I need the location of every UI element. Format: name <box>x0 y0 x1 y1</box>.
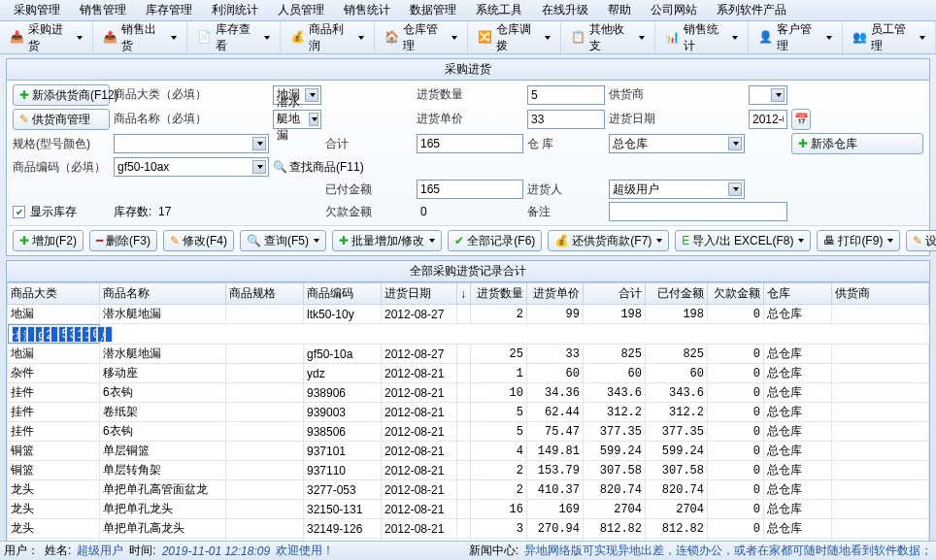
table-row[interactable]: 地漏潜水艇地漏gf50-10ax2012-08-275331651650总仓库 <box>8 324 100 344</box>
col-9[interactable]: 已付金额 <box>646 283 708 305</box>
col-6[interactable]: 进货数量 <box>471 283 527 305</box>
status-name-label: 姓名: <box>45 543 71 559</box>
col-11[interactable]: 仓库 <box>764 283 832 305</box>
tb-商品利润[interactable]: 💰商品利润 <box>281 21 374 53</box>
warehouse-select[interactable]: 总仓库 <box>609 134 745 153</box>
menu-系统工具[interactable]: 系统工具 <box>466 0 532 20</box>
status-news: 异地网络版可实现异地出差，连锁办公，或者在家都可随时随地看到软件数据； <box>524 543 932 559</box>
new-supplier-button[interactable]: ✚新添供货商(F12) <box>13 84 110 106</box>
table-row[interactable]: 挂件卷纸架9390032012-08-21562.44312.2312.20总仓… <box>8 403 929 422</box>
new-warehouse-button[interactable]: ✚新添仓库 <box>791 133 923 154</box>
menubar: 采购管理销售管理库存管理利润统计人员管理销售统计数据管理系统工具在线升级帮助公司… <box>0 0 936 21</box>
采购进货-icon: 📥 <box>10 30 24 46</box>
status-user-label: 用户： <box>4 543 39 559</box>
spec-select[interactable] <box>114 134 269 153</box>
tb-销售出货[interactable]: 📤销售出货 <box>93 21 186 53</box>
date-input[interactable] <box>749 110 787 129</box>
del-icon: ━ <box>96 234 103 247</box>
menu-系列软件产品[interactable]: 系列软件产品 <box>707 0 796 20</box>
date-label: 进货日期 <box>609 111 745 127</box>
menu-在线升级[interactable]: 在线升级 <box>532 0 598 20</box>
chevron-down-icon <box>639 36 645 40</box>
table-row[interactable]: 地漏潜水艇地漏gf50-10a2012-08-2725338258250总仓库 <box>8 345 929 364</box>
name-label: 商品名称（必填） <box>114 111 269 127</box>
menu-数据管理[interactable]: 数据管理 <box>400 0 466 20</box>
edit-button[interactable]: ✎修改(F4) <box>163 230 234 251</box>
date-picker-button[interactable]: 📅 <box>791 109 811 130</box>
tb-销售统计[interactable]: 📊销售统计 <box>655 21 749 53</box>
table-row[interactable]: 龙头单把单孔龙头32150-1312012-08-211616927042704… <box>8 500 929 519</box>
main-toolbar: 📥采购进货📤销售出货📄库存查看💰商品利润🏠仓库管理🔀仓库调拨📋其他收支📊销售统计… <box>0 21 936 54</box>
col-0[interactable]: 商品大类 <box>8 283 100 305</box>
qty-label: 进货数量 <box>417 86 523 103</box>
menu-销售统计[interactable]: 销售统计 <box>334 0 400 20</box>
print-button[interactable]: 🖶打印(F9) <box>817 230 900 251</box>
total-input[interactable] <box>417 134 523 153</box>
table-row[interactable]: 杂件移动座ydz2012-08-2116060600总仓库 <box>8 364 929 383</box>
col-4[interactable]: 进货日期 <box>382 283 457 305</box>
销售出货-icon: 📤 <box>103 30 117 46</box>
name-select[interactable]: 潜水艇地漏 <box>273 110 321 129</box>
chevron-down-icon <box>798 239 804 243</box>
menu-销售管理[interactable]: 销售管理 <box>70 0 136 20</box>
supplier-mgr-button[interactable]: ✎供货商管理 <box>13 109 110 130</box>
add-button[interactable]: ✚增加(F2) <box>13 230 84 251</box>
category-label: 商品大类（必填） <box>114 86 269 103</box>
table-row[interactable]: 地漏潜水艇地漏ltk50-10y2012-08-272991981980总仓库 <box>8 305 929 324</box>
qty-input[interactable] <box>527 85 605 105</box>
find-product-button[interactable]: 🔍查找商品(F11) <box>273 159 413 176</box>
find-button[interactable]: 🔍查询(F5) <box>240 230 326 251</box>
tb-库存查看[interactable]: 📄库存查看 <box>187 21 281 53</box>
price-label: 进货单价 <box>417 111 523 127</box>
table-row[interactable]: 铜篮单层铜篮9371012012-08-214149.81599.24599.2… <box>8 442 929 461</box>
table-row[interactable]: 挂件6衣钩9389062012-08-211034.36343.6343.60总… <box>8 383 929 403</box>
table-row[interactable]: 铜篮单层转角架9371102012-08-212153.79307.58307.… <box>8 461 929 480</box>
del-button[interactable]: ━删除(F3) <box>89 230 157 251</box>
tb-采购进货[interactable]: 📥采购进货 <box>0 21 93 53</box>
operator-select[interactable]: 超级用户 <box>609 180 745 199</box>
batch-button[interactable]: ✚批量增加/修改 <box>332 230 442 251</box>
chevron-down-icon <box>732 36 738 40</box>
menu-利润统计[interactable]: 利润统计 <box>202 0 268 20</box>
tb-仓库管理[interactable]: 🏠仓库管理 <box>375 21 468 53</box>
col-8[interactable]: 合计 <box>584 283 646 305</box>
owe-value: 0 <box>417 205 427 218</box>
operator-label: 进货人 <box>527 181 605 198</box>
print-icon: 🖶 <box>823 234 835 247</box>
menu-人员管理[interactable]: 人员管理 <box>268 0 334 20</box>
menu-库存管理[interactable]: 库存管理 <box>136 0 202 20</box>
col-12[interactable]: 供货商 <box>832 283 929 305</box>
design-button[interactable]: ✎设计报表(F10) <box>906 230 936 251</box>
tb-仓库调拨[interactable]: 🔀仓库调拨 <box>468 21 561 53</box>
menu-帮助[interactable]: 帮助 <box>598 0 641 20</box>
batch-icon: ✚ <box>339 234 349 247</box>
tb-客户管理[interactable]: 👤客户管理 <box>749 21 842 53</box>
col-7[interactable]: 进货单价 <box>527 283 584 305</box>
price-input[interactable] <box>527 110 605 129</box>
col-2[interactable]: 商品规格 <box>226 283 304 305</box>
pay-icon: 💰 <box>554 234 569 247</box>
tb-其他收支[interactable]: 📋其他收支 <box>561 21 654 53</box>
pay-button[interactable]: 💰还供货商款(F7) <box>548 230 669 251</box>
col-5[interactable]: ↓ <box>457 283 471 305</box>
col-1[interactable]: 商品名称 <box>100 283 226 305</box>
spec-label: 规格(型号颜色) <box>13 136 110 152</box>
show-stock-label: 显示库存 <box>30 204 77 220</box>
col-10[interactable]: 欠款金额 <box>708 283 764 305</box>
仓库调拨-icon: 🔀 <box>478 30 492 46</box>
all-button[interactable]: ✔全部记录(F6) <box>448 230 542 251</box>
excel-button[interactable]: E导入/出 EXCEL(F8) <box>675 230 811 251</box>
supplier-select[interactable] <box>749 85 787 105</box>
menu-采购管理[interactable]: 采购管理 <box>4 0 70 20</box>
design-icon: ✎ <box>913 234 922 247</box>
tb-员工管理[interactable]: 👥员工管理 <box>843 21 936 53</box>
remark-input[interactable] <box>609 202 787 221</box>
code-select[interactable]: gf50-10ax <box>114 157 269 177</box>
table-row[interactable]: 龙头单把单孔高龙头32149-1262012-08-213270.94812.8… <box>8 519 929 539</box>
paid-input[interactable] <box>417 180 523 199</box>
col-3[interactable]: 商品编码 <box>304 283 382 305</box>
menu-公司网站[interactable]: 公司网站 <box>641 0 707 20</box>
show-stock-checkbox[interactable]: ✔ <box>13 206 25 218</box>
table-row[interactable]: 挂件6衣钩9385062012-08-21575.47377.35377.350… <box>8 422 929 442</box>
table-row[interactable]: 龙头单把单孔高管面盆龙3277-0532012-08-212410.37820.… <box>8 480 929 500</box>
